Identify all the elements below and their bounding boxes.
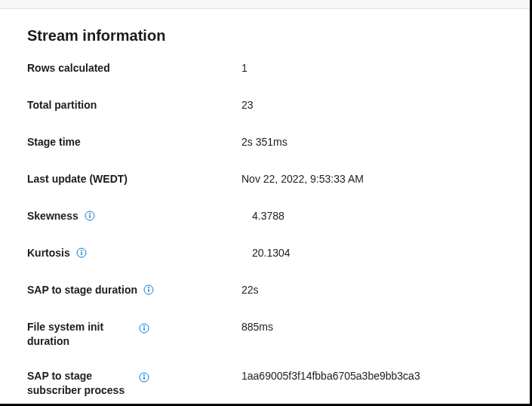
row-sap-to-stage-subscriber: SAP to stage subscriber process 1aa69005… xyxy=(27,369,503,398)
stream-information-panel: Stream information Rows calculated 1 Tot… xyxy=(0,9,530,406)
section-title: Stream information xyxy=(27,27,503,45)
row-value: 885ms xyxy=(211,320,273,334)
row-sap-to-stage-duration: SAP to stage duration 22s xyxy=(27,283,503,300)
row-value: 4.3788 xyxy=(211,209,284,223)
row-value: 23 xyxy=(211,98,254,112)
svg-point-10 xyxy=(143,325,145,327)
info-icon[interactable] xyxy=(139,372,149,383)
row-rows-calculated: Rows calculated 1 xyxy=(27,61,503,78)
row-value: 22s xyxy=(211,283,259,297)
svg-rect-14 xyxy=(143,377,144,380)
row-value: 1aa69005f3f14fbba6705a3be9bb3ca3 xyxy=(211,369,420,383)
row-skewness: Skewness 4.3788 xyxy=(27,209,503,226)
row-label: File system init duration xyxy=(27,320,133,349)
svg-rect-5 xyxy=(81,252,81,255)
svg-point-4 xyxy=(81,250,82,251)
info-icon[interactable] xyxy=(143,285,154,295)
row-fs-init-duration: File system init duration 885ms xyxy=(27,320,503,349)
row-label: SAP to stage duration xyxy=(27,283,137,297)
svg-rect-2 xyxy=(89,215,90,218)
row-label: Total partition xyxy=(27,98,97,112)
row-label: Last update (WEDT) xyxy=(27,172,128,186)
row-value: Nov 22, 2022, 9:53:33 AM xyxy=(211,172,364,186)
top-bar xyxy=(0,0,530,9)
info-icon[interactable] xyxy=(85,211,95,221)
row-last-update: Last update (WEDT) Nov 22, 2022, 9:53:33… xyxy=(27,172,503,189)
svg-rect-8 xyxy=(148,289,149,292)
row-label: SAP to stage subscriber process xyxy=(27,369,133,398)
row-label: Rows calculated xyxy=(27,61,110,75)
svg-point-1 xyxy=(89,213,91,214)
info-icon[interactable] xyxy=(76,248,87,258)
row-total-partition: Total partition 23 xyxy=(27,98,503,115)
svg-point-13 xyxy=(143,374,145,376)
svg-rect-11 xyxy=(143,328,144,331)
svg-point-7 xyxy=(148,287,149,288)
row-stage-time: Stage time 2s 351ms xyxy=(27,135,503,152)
row-label: Stage time xyxy=(27,135,81,149)
info-icon[interactable] xyxy=(139,323,149,334)
row-kurtosis: Kurtosis 20.1304 xyxy=(27,246,503,263)
row-value: 20.1304 xyxy=(211,246,291,260)
row-label: Kurtosis xyxy=(27,246,70,260)
row-label: Skewness xyxy=(27,209,78,223)
row-value: 1 xyxy=(211,61,248,75)
row-value: 2s 351ms xyxy=(211,135,288,149)
